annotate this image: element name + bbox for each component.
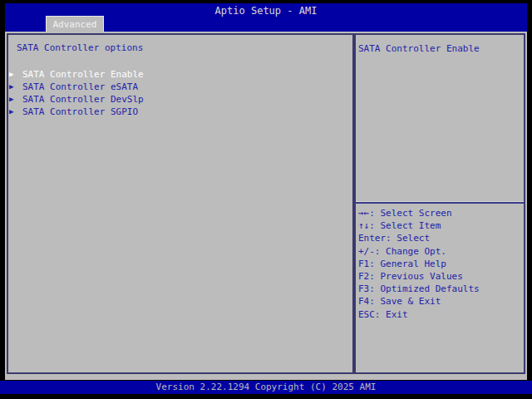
hotkey-legend-entry: ESC: Exit [358, 308, 524, 321]
tab-advanced[interactable]: Advanced [46, 16, 104, 32]
hotkey-legend-entry: F2: Previous Values [358, 270, 524, 283]
submenu-arrow-icon: ▶ [9, 68, 21, 81]
menu-item[interactable]: ▶ SATA Controller eSATA [8, 81, 352, 93]
hotkey-legend-entry: F3: Optimized Defaults [358, 283, 524, 295]
menu-item[interactable]: ▶ SATA Controller Enable [8, 68, 352, 81]
hotkey-legend-entry: F4: Save & Exit [358, 295, 524, 308]
options-panel-title: SATA Controller options [17, 43, 143, 53]
hotkey-legend: →←: Select Screen ↑↓: Select Item Enter:… [358, 207, 524, 321]
help-panel-divider [356, 202, 524, 204]
menu-item-label: SATA Controller Enable [22, 68, 144, 81]
menu-item[interactable]: ▶ SATA Controller DevSlp [8, 93, 352, 106]
options-panel: SATA Controller options ▶ SATA Controlle… [7, 33, 354, 374]
submenu-arrow-icon: ▶ [9, 93, 21, 106]
submenu-arrow-icon: ▶ [9, 81, 21, 93]
hotkey-legend-entry: F1: General Help [358, 258, 524, 270]
help-text: SATA Controller Enable [358, 43, 522, 54]
main-area: SATA Controller options ▶ SATA Controlle… [5, 32, 527, 380]
header-bar: Aptio Setup - AMI Advanced [5, 3, 527, 32]
menu-item-label: SATA Controller SGPIO [22, 106, 138, 118]
hotkey-legend-entry: →←: Select Screen [358, 207, 524, 219]
footer-bar: Version 2.22.1294 Copyright (C) 2025 AMI [0, 381, 532, 394]
version-text: Version 2.22.1294 Copyright (C) 2025 AMI [0, 381, 532, 394]
options-menu: ▶ SATA Controller Enable ▶ SATA Controll… [8, 68, 352, 118]
hotkey-legend-entry: ↑↓: Select Item [358, 219, 524, 232]
help-panel: SATA Controller Enable →←: Select Screen… [354, 33, 525, 374]
menu-item-label: SATA Controller DevSlp [22, 93, 144, 106]
submenu-arrow-icon: ▶ [9, 106, 21, 118]
hotkey-legend-entry: +/-: Change Opt. [358, 245, 524, 258]
menu-item-label: SATA Controller eSATA [22, 81, 138, 93]
hotkey-legend-entry: Enter: Select [358, 232, 524, 244]
menu-item[interactable]: ▶ SATA Controller SGPIO [8, 106, 352, 118]
